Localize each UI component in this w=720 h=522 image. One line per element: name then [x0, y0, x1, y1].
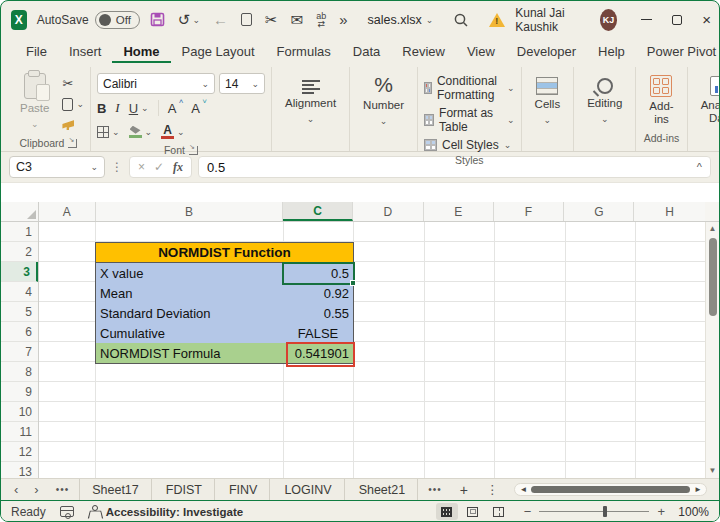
- save-button[interactable]: [150, 12, 165, 27]
- cell-C7[interactable]: 0.541901: [283, 343, 354, 364]
- document-title[interactable]: sales.xlsx ⌄: [368, 13, 434, 27]
- row-header-2[interactable]: 2: [1, 242, 38, 262]
- minimize-button[interactable]: [641, 19, 652, 20]
- cut-button[interactable]: ✂: [62, 75, 84, 91]
- tab-review[interactable]: Review: [391, 40, 456, 63]
- paste-button[interactable]: Paste ⌄: [13, 69, 56, 135]
- italic-button[interactable]: I: [115, 100, 119, 116]
- column-header-d[interactable]: D: [353, 202, 424, 221]
- row-header-12[interactable]: 12: [1, 442, 38, 462]
- horizontal-scrollbar[interactable]: ◄ ►: [514, 483, 707, 496]
- cell-B6[interactable]: Cumulative: [95, 323, 284, 344]
- more-sheets-right-button[interactable]: •••: [420, 484, 450, 495]
- close-button[interactable]: ×: [702, 11, 711, 28]
- row-header-6[interactable]: 6: [1, 322, 38, 342]
- cell-C4[interactable]: 0.92: [283, 283, 354, 304]
- tab-formulas[interactable]: Formulas: [266, 40, 342, 63]
- cell-styles-button[interactable]: Cell Styles ⌄: [424, 138, 515, 152]
- scroll-up-icon[interactable]: ▲: [709, 224, 717, 234]
- row-header-1[interactable]: 1: [1, 222, 38, 242]
- row-header-4[interactable]: 4: [1, 282, 38, 302]
- bold-button[interactable]: B: [97, 101, 106, 116]
- name-box[interactable]: C3 ⌄: [9, 156, 105, 178]
- alignment-button[interactable]: Alignment ⌄: [278, 69, 343, 130]
- fill-handle[interactable]: [350, 280, 356, 286]
- vertical-scrollbar[interactable]: ▲ ▼: [705, 222, 719, 478]
- row-header-10[interactable]: 10: [1, 402, 38, 422]
- column-header-g[interactable]: G: [564, 202, 634, 221]
- scroll-right-icon[interactable]: ►: [694, 485, 702, 494]
- font-size-combo[interactable]: 14 ⌄: [219, 73, 265, 94]
- addins-button[interactable]: Add-ins: [642, 69, 680, 130]
- cell-B5[interactable]: Standard Deviation: [95, 303, 284, 324]
- cell-B3[interactable]: X value: [95, 263, 284, 284]
- dialog-launcher-icon[interactable]: [68, 139, 77, 148]
- select-all-corner[interactable]: [1, 202, 39, 221]
- row-header-13[interactable]: 13: [1, 462, 38, 478]
- column-header-c[interactable]: C: [283, 202, 353, 221]
- copy-button[interactable]: ⌄: [62, 96, 84, 112]
- insert-function-button[interactable]: fx: [173, 160, 183, 175]
- cell-C5[interactable]: 0.55: [283, 303, 354, 324]
- page-layout-view-button[interactable]: [462, 503, 484, 520]
- tab-page-layout[interactable]: Page Layout: [171, 40, 266, 63]
- sheet-tab-sheet17[interactable]: Sheet17: [79, 479, 152, 500]
- editing-button[interactable]: Editing ⌄: [580, 69, 629, 130]
- format-painter-button[interactable]: [62, 117, 84, 133]
- row-header-11[interactable]: 11: [1, 422, 38, 442]
- find-replace-button[interactable]: ab ⇄: [316, 12, 326, 28]
- warning-icon[interactable]: !: [489, 13, 505, 27]
- zoom-slider-thumb[interactable]: [603, 506, 607, 517]
- autosave-toggle[interactable]: AutoSave Off: [37, 11, 140, 29]
- copy-button[interactable]: [241, 13, 252, 26]
- borders-button[interactable]: ⌄: [97, 124, 120, 140]
- column-header-f[interactable]: F: [494, 202, 565, 221]
- sheet-tab-loginv[interactable]: LOGINV: [272, 479, 344, 500]
- sheet-tab-fdist[interactable]: FDIST: [154, 479, 215, 500]
- macro-record-icon[interactable]: [60, 506, 74, 517]
- search-button[interactable]: [453, 12, 469, 28]
- increase-font-button[interactable]: A˄: [168, 101, 177, 116]
- more-sheets-left-button[interactable]: •••: [48, 484, 78, 495]
- fill-color-button[interactable]: ⌄: [129, 124, 153, 140]
- row-header-5[interactable]: 5: [1, 302, 38, 322]
- font-color-button[interactable]: A ⌄: [161, 124, 185, 140]
- sheet-canvas[interactable]: NORMDIST Function X value 0.5 Mean 0.92 …: [39, 222, 705, 478]
- column-header-h[interactable]: H: [634, 202, 705, 221]
- tab-insert[interactable]: Insert: [58, 40, 113, 63]
- next-sheet-button[interactable]: ›: [27, 482, 45, 497]
- undo-button[interactable]: ↺ ⌄: [178, 11, 200, 29]
- font-name-combo[interactable]: Calibri ⌄: [97, 73, 215, 94]
- normal-view-button[interactable]: [436, 503, 458, 520]
- column-header-e[interactable]: E: [424, 202, 494, 221]
- accessibility-status[interactable]: Accessibility: Investigate: [88, 505, 243, 518]
- format-as-table-button[interactable]: Format as Table ⌄: [424, 106, 515, 134]
- tab-power-pivot[interactable]: Power Pivot: [636, 40, 720, 63]
- underline-button[interactable]: U ⌄: [129, 100, 149, 116]
- row-header-3[interactable]: 3: [1, 262, 38, 282]
- tab-help[interactable]: Help: [587, 40, 636, 63]
- sheet-tab-finv[interactable]: FINV: [217, 479, 270, 500]
- tab-view[interactable]: View: [456, 40, 506, 63]
- maximize-button[interactable]: [672, 15, 682, 25]
- row-header-8[interactable]: 8: [1, 362, 38, 382]
- sheet-tab-sheet21[interactable]: Sheet21: [347, 479, 419, 500]
- analyze-data-button[interactable]: Analyze Data: [694, 69, 720, 129]
- drag-handle-icon[interactable]: ⋮: [111, 160, 123, 174]
- cell-title-B2[interactable]: NORMDIST Function: [95, 242, 354, 263]
- zoom-level[interactable]: 100%: [673, 505, 709, 519]
- sheet-options-button[interactable]: ⋮: [478, 482, 507, 497]
- scroll-left-icon[interactable]: ◄: [519, 485, 527, 494]
- qat-overflow-button[interactable]: »: [339, 11, 347, 28]
- column-header-a[interactable]: A: [39, 202, 96, 221]
- decrease-font-button[interactable]: A˅: [191, 101, 200, 116]
- add-sheet-button[interactable]: +: [452, 482, 476, 498]
- cell-B4[interactable]: Mean: [95, 283, 284, 304]
- row-header-9[interactable]: 9: [1, 382, 38, 402]
- cut-button[interactable]: ✂: [265, 11, 278, 29]
- row-header-7[interactable]: 7: [1, 342, 38, 362]
- horizontal-scroll-thumb[interactable]: [531, 486, 690, 493]
- tab-data[interactable]: Data: [342, 40, 391, 63]
- page-break-view-button[interactable]: [488, 503, 510, 520]
- tab-developer[interactable]: Developer: [506, 40, 587, 63]
